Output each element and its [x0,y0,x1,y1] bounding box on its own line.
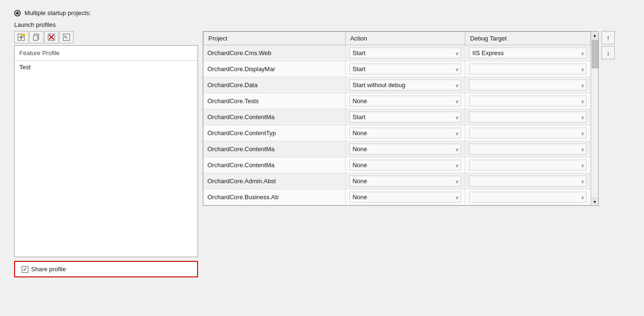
scrollbar-up-button[interactable]: ▲ [591,32,599,39]
projects-table: Project Action Debug Target OrchardCore.… [203,32,591,205]
project-cell: OrchardCore.ContentMa [204,157,346,173]
debug-target-cell: IIS Express [465,45,591,61]
debug-target-select[interactable]: IIS Express [469,144,586,154]
table-row: OrchardCore.ContentMaNoneStartStart with… [204,141,591,157]
action-cell: NoneStartStart without debug [345,141,465,157]
debug-target-select[interactable]: IIS Express [469,64,586,74]
debug-target-cell: IIS Express [465,141,591,157]
svg-rect-7 [33,35,38,41]
action-cell: NoneStartStart without debug [345,45,465,61]
scrollbar-thumb[interactable] [592,40,598,68]
table-scroll-area[interactable]: Project Action Debug Target OrchardCore.… [203,32,591,205]
startup-mode-label: Multiple startup projects: [14,9,630,16]
table-row: OrchardCore.Business.AbNoneStartStart wi… [204,189,591,205]
action-select[interactable]: NoneStartStart without debug [349,112,461,122]
table-row: OrchardCore.DataNoneStartStart without d… [204,77,591,93]
rename-profile-button[interactable]: ✎ [59,31,74,43]
debug-target-select[interactable]: IIS Express [469,112,586,122]
debug-target-select[interactable]: IIS Express [469,192,586,203]
table-row: OrchardCore.DisplayMarNoneStartStart wit… [204,61,591,77]
debug-target-select[interactable]: IIS Express [469,96,586,106]
left-panel: ✦ ✎ [14,31,203,277]
share-profile-checkbox-label[interactable]: ✓ Share profile [22,266,66,273]
share-profile-container: ✓ Share profile [14,261,198,277]
action-cell: NoneStartStart without debug [345,157,465,173]
profile-list: Feature Profile Test [14,45,198,257]
action-cell: NoneStartStart without debug [345,93,465,109]
action-select[interactable]: NoneStartStart without debug [349,128,461,138]
projects-table-wrapper: Project Action Debug Target OrchardCore.… [203,31,599,206]
launch-profiles-label: Launch profiles [14,21,630,28]
action-select[interactable]: NoneStartStart without debug [349,64,461,74]
debug-target-select[interactable]: IIS Express [469,160,586,170]
action-cell: NoneStartStart without debug [345,61,465,77]
project-cell: OrchardCore.DisplayMar [204,61,346,77]
svg-text:✎: ✎ [64,34,68,40]
table-row: OrchardCore.TestsNoneStartStart without … [204,93,591,109]
col-debug-target: Debug Target [465,32,591,45]
copy-profile-button[interactable] [29,31,43,43]
project-cell: OrchardCore.Data [204,77,346,93]
scrollbar-track: ▲ ▼ [591,32,598,205]
debug-target-cell: IIS Express [465,189,591,205]
move-up-button[interactable]: ↑ [602,31,615,44]
scrollbar-down-button[interactable]: ▼ [591,198,599,205]
debug-target-cell: IIS Express [465,93,591,109]
col-action: Action [345,32,465,45]
action-cell: NoneStartStart without debug [345,125,465,141]
startup-mode-text: Multiple startup projects: [25,9,91,16]
action-cell: NoneStartStart without debug [345,189,465,205]
action-cell: NoneStartStart without debug [345,173,465,189]
action-select[interactable]: NoneStartStart without debug [349,160,461,170]
debug-target-select[interactable]: IIS Express [469,48,586,58]
debug-target-cell: IIS Express [465,61,591,77]
nav-buttons: ↑ ↓ [602,31,615,59]
debug-target-cell: IIS Express [465,109,591,125]
project-cell: OrchardCore.ContentMa [204,109,346,125]
debug-target-cell: IIS Express [465,157,591,173]
profile-list-header: Feature Profile [15,46,198,61]
debug-target-select[interactable]: IIS Express [469,176,586,186]
action-select[interactable]: NoneStartStart without debug [349,176,461,186]
profile-header-text: Feature Profile [19,49,59,57]
radio-button[interactable] [14,10,21,16]
table-row: OrchardCore.Cms.WebNoneStartStart withou… [204,45,591,61]
debug-target-select[interactable]: IIS Express [469,80,586,90]
table-row: OrchardCore.ContentTypNoneStartStart wit… [204,125,591,141]
action-select[interactable]: NoneStartStart without debug [349,96,461,106]
debug-target-cell: IIS Express [465,173,591,189]
project-cell: OrchardCore.ContentTyp [204,125,346,141]
action-select[interactable]: NoneStartStart without debug [349,80,461,90]
profile-toolbar: ✦ ✎ [14,31,203,43]
project-cell: OrchardCore.Cms.Web [204,45,346,61]
table-row: OrchardCore.ContentMaNoneStartStart with… [204,157,591,173]
project-cell: OrchardCore.Business.Ab [204,189,346,205]
share-profile-label: Share profile [31,266,66,273]
action-select[interactable]: NoneStartStart without debug [349,144,461,154]
action-select[interactable]: NoneStartStart without debug [349,48,461,58]
table-row: OrchardCore.Admin.AbstNoneStartStart wit… [204,173,591,189]
debug-target-select[interactable]: IIS Express [469,128,586,138]
debug-target-cell: IIS Express [465,125,591,141]
right-section: Project Action Debug Target OrchardCore.… [203,31,615,206]
action-cell: NoneStartStart without debug [345,77,465,93]
col-project: Project [204,32,346,45]
project-cell: OrchardCore.Admin.Abst [204,173,346,189]
remove-profile-button[interactable] [44,31,58,43]
profile-item-test[interactable]: Test [15,61,198,73]
action-select[interactable]: NoneStartStart without debug [349,192,461,203]
project-cell: OrchardCore.ContentMa [204,141,346,157]
move-down-button[interactable]: ↓ [602,46,615,59]
share-profile-checkbox[interactable]: ✓ [22,266,28,273]
action-cell: NoneStartStart without debug [345,109,465,125]
debug-target-cell: IIS Express [465,77,591,93]
svg-text:✦: ✦ [23,34,25,37]
table-row: OrchardCore.ContentMaNoneStartStart with… [204,109,591,125]
add-profile-button[interactable]: ✦ [14,31,28,43]
project-cell: OrchardCore.Tests [204,93,346,109]
